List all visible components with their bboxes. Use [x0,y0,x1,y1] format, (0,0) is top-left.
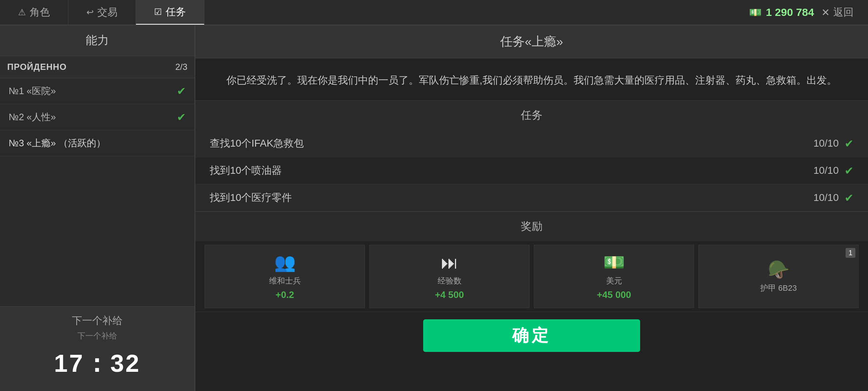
confirm-section: 确定 [195,312,868,359]
task-1-progress: 10/10 ✔ [813,137,854,150]
trade-icon: ↩ [86,7,94,17]
quest-icon: ☑ [154,7,162,17]
reward-money-icon: 💵 [603,252,625,273]
tasks-section-title: 任务 [195,101,868,130]
progress-label: ПРОЙДЕННО [7,62,67,72]
xp-name: 经验数 [438,276,461,286]
task-row-2: 找到10个喷油器 10/10 ✔ [195,157,868,184]
tab-quest[interactable]: ☑ 任务 [136,0,204,25]
right-panel: 任务«上瘾» 你已经受洗了。现在你是我们中的一员了。军队伤亡惨重,我们必须帮助伤… [195,25,868,391]
quest-2-label: №2 «人性» [9,111,56,123]
task-row-1: 查找10个IFAK急救包 10/10 ✔ [195,130,868,157]
close-icon: ✕ [821,7,830,18]
timer-display: 17：32 [4,347,191,380]
progress-count: 2/3 [175,62,187,72]
quest-1-check: ✔ [177,85,186,97]
task-3-label: 找到10个医疗零件 [210,191,292,205]
task-3-progress: 10/10 ✔ [813,192,854,204]
rewards-grid: 👥 维和士兵 +0.2 ⏭ 经验数 +4 500 💵 美元 +45 000 1 … [195,241,868,312]
quest-2-check: ✔ [177,111,186,123]
armor-badge: 1 [846,248,855,258]
reward-item-peacekeepers: 👥 维和士兵 +0.2 [205,245,365,308]
sidebar: 能力 ПРОЙДЕННО 2/3 №1 «医院» ✔ №2 «人性» ✔ №3 … [0,25,195,391]
money-display: 💵 1 290 784 [749,6,814,18]
tab-trade-label: 交易 [97,5,118,19]
tab-quest-label: 任务 [166,5,186,19]
reward-money-name: 美元 [606,276,622,286]
quest-panel-title: 任务«上瘾» [195,25,868,58]
quest-1-label: №1 «医院» [9,85,56,97]
next-supply-title: 下一个补给 [4,314,191,328]
money-icon: 💵 [749,7,762,18]
sidebar-title: 能力 [0,25,195,56]
peacekeepers-value: +0.2 [276,289,294,300]
task-1-label: 查找10个IFAK急救包 [210,136,304,150]
task-1-count: 10/10 [813,138,839,149]
next-supply-label: 下一个补给 [4,331,191,341]
peacekeepers-name: 维和士兵 [269,276,301,286]
xp-value: +4 500 [435,289,464,300]
rewards-section-title: 奖励 [195,211,868,241]
top-bar: ⚠ 角色 ↩ 交易 ☑ 任务 💵 1 290 784 ✕ 返回 [0,0,868,25]
task-2-label: 找到10个喷油器 [210,164,282,177]
tab-role-label: 角色 [30,5,50,19]
quest-description: 你已经受洗了。现在你是我们中的一员了。军队伤亡惨重,我们必须帮助伤员。我们急需大… [195,58,868,101]
return-label: 返回 [833,5,854,19]
tab-trade[interactable]: ↩ 交易 [68,0,136,25]
quest-item-3[interactable]: №3 «上瘾» （活跃的） [0,130,195,156]
peacekeepers-icon: 👥 [274,252,296,273]
reward-item-armor: 1 🪖 护甲 6B23 [698,245,859,308]
next-supply-section: 下一个补给 下一个补给 17：32 [0,306,195,391]
return-button[interactable]: ✕ 返回 [821,5,854,19]
reward-item-money: 💵 美元 +45 000 [534,245,694,308]
quest-item-1[interactable]: №1 «医院» ✔ [0,78,195,104]
task-3-check: ✔ [844,192,854,204]
task-3-count: 10/10 [813,192,839,203]
armor-icon: 🪖 [768,260,790,280]
money-amount: 1 290 784 [766,6,814,18]
reward-item-xp: ⏭ 经验数 +4 500 [369,245,529,308]
top-right-area: 💵 1 290 784 ✕ 返回 [735,0,868,25]
confirm-button[interactable]: 确定 [423,319,640,352]
task-2-progress: 10/10 ✔ [813,164,854,177]
progress-section: ПРОЙДЕННО 2/3 [0,56,195,78]
role-icon: ⚠ [18,7,26,17]
xp-icon: ⏭ [441,253,458,273]
quest-list: №1 «医院» ✔ №2 «人性» ✔ №3 «上瘾» （活跃的） [0,78,195,306]
tab-role[interactable]: ⚠ 角色 [0,0,68,25]
task-2-count: 10/10 [813,165,839,176]
task-1-check: ✔ [844,137,854,150]
task-row-3: 找到10个医疗零件 10/10 ✔ [195,184,868,211]
quest-3-label: №3 «上瘾» （活跃的） [9,137,106,150]
quest-item-2[interactable]: №2 «人性» ✔ [0,104,195,130]
main-content: 能力 ПРОЙДЕННО 2/3 №1 «医院» ✔ №2 «人性» ✔ №3 … [0,25,868,391]
armor-name: 护甲 6B23 [760,283,797,294]
task-2-check: ✔ [844,164,854,177]
reward-money-value: +45 000 [597,289,631,300]
